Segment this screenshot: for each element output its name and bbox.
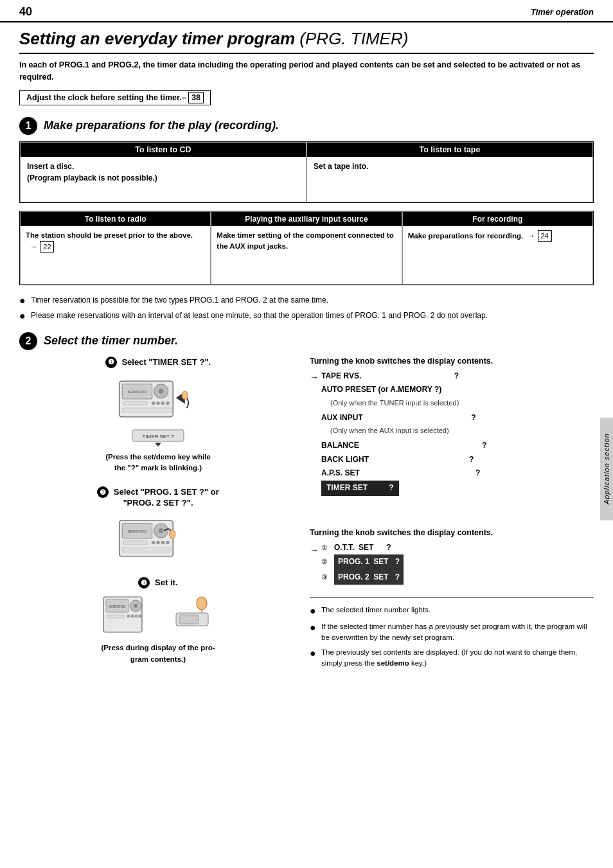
svg-rect-33: [107, 615, 125, 618]
title-normal: (PRG. TIMER): [295, 29, 408, 48]
svg-point-40: [197, 597, 207, 610]
ott-label-1: O.T.T. SET ?: [334, 541, 391, 555]
step2-title: Select the timer number.: [44, 334, 178, 348]
svg-point-22: [152, 541, 155, 545]
knob-balance-label: BALANCE: [321, 439, 437, 453]
ott-circle-3: ③: [321, 571, 328, 584]
ott-items: ① O.T.T. SET ? ② PROG. 1 SET ? ③ PROG. 2…: [321, 541, 404, 585]
ott-label-2: PROG. 1 SET ?: [334, 554, 404, 570]
page-title: Setting an everyday timer program (PRG. …: [19, 29, 594, 54]
svg-point-25: [166, 541, 170, 545]
ott-item-1: ① O.T.T. SET ?: [321, 541, 404, 555]
step1-tape-text: Set a tape into.: [314, 162, 368, 171]
knob-timer-label: TIMER SET ?: [321, 481, 399, 496]
bottom-note-1: ● The selected timer number lights.: [310, 605, 594, 617]
knob-aps-label: A.P.S. SET: [321, 466, 437, 481]
ott-item-2: ② PROG. 1 SET ?: [321, 554, 404, 570]
ott-main-arrow: →: [310, 541, 319, 559]
device-1-container: KENWOOD: [19, 373, 297, 425]
ott-arrow-group: → ① O.T.T. SET ? ② PROG. 1 SET ?: [310, 541, 594, 585]
knob-aps-q: ?: [437, 466, 480, 481]
device-1-svg: KENWOOD: [116, 373, 200, 425]
knob-list-1: → TAPE RVS. ? AUTO PRESET (or A.MEMORY ?…: [310, 369, 594, 496]
device-3-container: KENWOOD: [19, 594, 297, 639]
application-section-label: Application section: [600, 418, 613, 520]
knob-aux-label: AUX INPUT: [321, 411, 437, 425]
bullet-list: ● Timer reservation is possible for the …: [19, 294, 594, 322]
knob-main-arrow: →: [310, 369, 319, 385]
step1-recording-body: Make preparations for recording. →24: [403, 226, 592, 284]
substep-3-title: ❸ Set it.: [19, 577, 297, 589]
step1-title: Make preparations for the play (recordin…: [44, 119, 279, 132]
knob-auto-note: (Only when the TUNER input is selected): [330, 397, 459, 410]
svg-point-34: [127, 615, 130, 618]
bullet-dot-1: ●: [19, 294, 28, 306]
clock-note: Adjust the clock before setting the time…: [19, 90, 211, 105]
ott-circle-1: ①: [321, 542, 328, 554]
knob-section-1: Turning the knob switches the display co…: [310, 357, 594, 496]
section-title: Timer operation: [531, 7, 594, 17]
svg-rect-26: [122, 547, 171, 552]
knob-backlight-label: BACK LIGHT: [321, 453, 437, 467]
substep-1-title: ❶ Select "TIMER SET ?".: [19, 357, 297, 368]
note-text-1: The selected timer number lights.: [321, 605, 431, 616]
step1-recording-header: For recording: [403, 212, 592, 226]
svg-rect-10: [122, 408, 171, 412]
note-dot-1: ●: [310, 605, 319, 617]
knob-arrow-group: → TAPE RVS. ? AUTO PRESET (or A.MEMORY ?…: [310, 369, 594, 496]
knob-tape-label: TAPE RVS.: [321, 369, 437, 384]
substep-1-circle: ❶: [105, 357, 117, 368]
note-dot-2: ●: [310, 621, 319, 633]
knob-section-2-title: Turning the knob switches the display co…: [310, 528, 594, 537]
step1-aux-header: Playing the auxiliary input source: [211, 212, 401, 226]
svg-text:KENWOOD: KENWOOD: [128, 529, 147, 533]
svg-point-9: [166, 402, 170, 405]
bullet-dot-2: ●: [19, 310, 28, 322]
substep-1-caption: (Press the set/demo key whilethe "?" mar…: [19, 452, 297, 474]
step1-cd-header: To listen to CD: [21, 143, 306, 157]
step2-right: Turning the knob switches the display co…: [306, 357, 594, 678]
svg-point-8: [161, 402, 165, 405]
knob-item-timer: TIMER SET ?: [321, 481, 486, 496]
knob-item-balance: BALANCE ?: [321, 439, 486, 453]
svg-point-37: [138, 615, 141, 618]
step1-aux-cell: Playing the auxiliary input source Make …: [211, 211, 402, 285]
knob-auto-label: AUTO PRESET (or A.MEMORY ?): [321, 383, 441, 397]
step1-radio-cell: To listen to radio The station should be…: [20, 211, 211, 285]
svg-point-27: [170, 530, 175, 538]
ott-circle-2: ②: [321, 556, 328, 569]
knob-aux-q: ?: [437, 411, 476, 425]
svg-point-4: [159, 389, 163, 393]
svg-point-24: [161, 541, 165, 545]
svg-text:TIMER SET ?: TIMER SET ?: [142, 434, 174, 439]
step2-header: 2 Select the timer number.: [19, 332, 594, 350]
step1-radio-body: The station should be preset prior to th…: [21, 226, 210, 284]
step2-left: ❶ Select "TIMER SET ?". KENWOOD: [19, 357, 306, 678]
knob-section-2: Turning the knob switches the display co…: [310, 528, 594, 585]
knob-aux-note: (Only when the AUX input is selected): [330, 425, 449, 438]
main-content: Setting an everyday timer program (PRG. …: [0, 22, 613, 691]
step1-recording-cell: For recording Make preparations for reco…: [402, 211, 593, 285]
knob-item-backlight: BACK LIGHT ?: [321, 453, 486, 467]
step1-tape-header: To listen to tape: [307, 143, 592, 157]
knob-backlight-q: ?: [437, 453, 474, 467]
svg-rect-39: [179, 615, 199, 624]
step2-layout: ❶ Select "TIMER SET ?". KENWOOD: [19, 357, 594, 678]
bullet-text-2: Please make reservations with an interva…: [31, 310, 488, 321]
ott-list: → ① O.T.T. SET ? ② PROG. 1 SET ?: [310, 541, 594, 585]
device-2-svg: KENWOOD: [116, 513, 200, 564]
substep-2: ❷ Select "PROG. 1 SET ?" or"PROG. 2 SET …: [19, 486, 297, 564]
step1-cd-body: Insert a disc. (Program playback is not …: [21, 157, 306, 202]
step1-cd-cell: To listen to CD Insert a disc. (Program …: [20, 142, 306, 202]
step1-tape-body: Set a tape into.: [307, 157, 592, 202]
step1-aux-body: Make timer setting of the component conn…: [211, 226, 401, 284]
svg-point-20: [159, 529, 163, 533]
bottom-notes: ● The selected timer number lights. ● If…: [310, 598, 594, 669]
substep-1: ❶ Select "TIMER SET ?". KENWOOD: [19, 357, 297, 474]
substep-3: ❸ Set it. KENWOOD: [19, 577, 297, 665]
bottom-note-2: ● If the selected timer number has a pre…: [310, 621, 594, 644]
substep-2-circle: ❷: [97, 486, 109, 498]
knob-section-1-title: Turning the knob switches the display co…: [310, 357, 594, 366]
knob-balance-q: ?: [437, 439, 486, 453]
step1-radio-header: To listen to radio: [21, 212, 210, 226]
